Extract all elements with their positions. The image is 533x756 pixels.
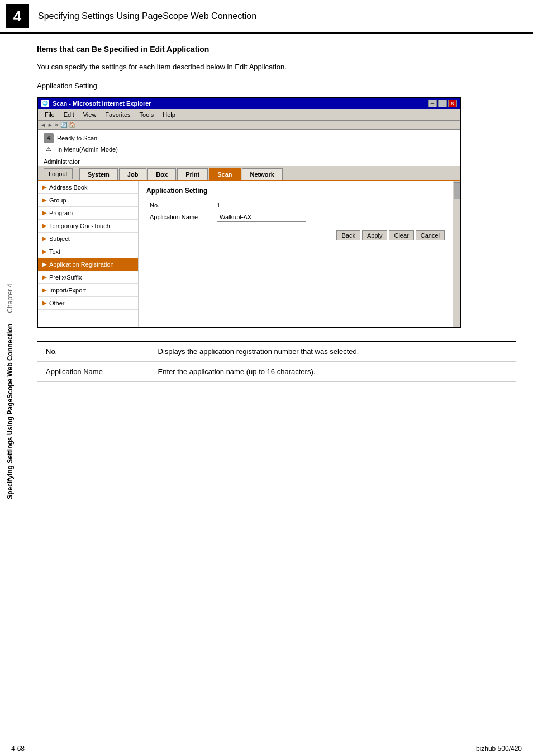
- back-button[interactable]: Back: [336, 230, 360, 240]
- arrow-icon: ▶: [42, 210, 47, 216]
- ready-scan-row: 🖨 Ready to Scan: [44, 133, 455, 143]
- sidebar-item-address-book[interactable]: ▶ Address Book: [38, 181, 138, 194]
- desc-row-appname: Application Name Enter the application n…: [37, 361, 516, 381]
- window-controls: ─ □ ✕: [428, 100, 457, 107]
- field-value-no: 1: [213, 200, 445, 210]
- logout-button[interactable]: Logout: [44, 168, 73, 179]
- browser-icon: 🌐: [41, 100, 49, 107]
- menu-tools[interactable]: Tools: [135, 110, 159, 119]
- menu-file[interactable]: File: [40, 110, 59, 119]
- buttons-row: Back Apply Clear Cancel: [146, 230, 445, 240]
- admin-mode-text: In Menu(Admin Mode): [57, 146, 118, 153]
- warning-icon: ⚠: [44, 144, 54, 154]
- field-label-app-name: Application Name: [146, 210, 213, 224]
- section-intro: You can specify the settings for each it…: [37, 62, 516, 73]
- sidebar-label: Other: [49, 300, 65, 306]
- menu-favorites[interactable]: Favorites: [101, 110, 135, 119]
- main-content: Items that can Be Specified in Edit Appl…: [20, 34, 533, 749]
- apply-button[interactable]: Apply: [362, 230, 388, 240]
- browser-titlebar: 🌐 Scan - Microsoft Internet Explorer ─ □…: [38, 98, 460, 109]
- subsection-label: Application Setting: [37, 82, 516, 90]
- description-table: No. Displays the application registratio…: [37, 341, 516, 382]
- sidebar-item-temporary-one-touch[interactable]: ▶ Temporary One-Touch: [38, 220, 138, 233]
- browser-toolbar: ◄ ► ✕ 🔄 🏠: [38, 121, 460, 130]
- arrow-icon: ▶: [42, 287, 47, 293]
- chapter-badge: 4: [6, 4, 29, 28]
- arrow-icon: ▶: [42, 184, 47, 190]
- form-table: No. 1 Application Name: [146, 200, 445, 224]
- arrow-icon: ▶: [42, 261, 47, 267]
- tab-print[interactable]: Print: [177, 168, 208, 180]
- table-row: No. 1: [146, 200, 445, 210]
- sidebar-vertical-title: Specifying Settings Using PageScope Web …: [6, 324, 14, 499]
- admin-label: Administrator: [38, 157, 460, 166]
- menu-view[interactable]: View: [79, 110, 101, 119]
- browser-window: 🌐 Scan - Microsoft Internet Explorer ─ □…: [37, 97, 461, 328]
- sidebar-label: Group: [49, 197, 66, 204]
- page-number: 4-68: [11, 745, 25, 753]
- product-name: bizhub 500/420: [476, 745, 522, 753]
- sidebar-label: Application Registration: [49, 261, 114, 268]
- nav-tabs-row: Logout System Job Box Print Scan Network: [38, 166, 460, 181]
- arrow-icon: ▶: [42, 223, 47, 229]
- arrow-icon: ▶: [42, 197, 47, 203]
- sidebar-label: Prefix/Suffix: [49, 274, 82, 281]
- scrollbar[interactable]: [453, 181, 460, 327]
- info-bar: 🖨 Ready to Scan ⚠ In Menu(Admin Mode): [38, 130, 460, 157]
- content-area: Chapter 4 Specifying Settings Using Page…: [0, 34, 533, 749]
- tab-system[interactable]: System: [79, 168, 118, 180]
- menu-bar: File Edit View Favorites Tools Help: [38, 109, 460, 121]
- scrollbar-thumb[interactable]: [454, 182, 460, 199]
- application-name-input[interactable]: [217, 212, 306, 222]
- sidebar-item-other[interactable]: ▶ Other: [38, 297, 138, 310]
- desc-definition-no: Displays the application registration nu…: [149, 341, 516, 361]
- close-button[interactable]: ✕: [448, 100, 457, 107]
- tab-scan[interactable]: Scan: [209, 168, 240, 180]
- menu-edit[interactable]: Edit: [59, 110, 79, 119]
- sidebar-label: Import/Export: [49, 287, 86, 294]
- left-tab: Chapter 4 Specifying Settings Using Page…: [0, 34, 20, 749]
- sidebar-label: Address Book: [49, 184, 87, 191]
- browser-content-area: ▶ Address Book ▶ Group ▶ Program ▶: [38, 181, 460, 327]
- sidebar-item-text[interactable]: ▶ Text: [38, 245, 138, 258]
- tab-box[interactable]: Box: [147, 168, 176, 180]
- page-footer: 4-68 bizhub 500/420: [0, 741, 533, 756]
- arrow-icon: ▶: [42, 235, 47, 242]
- ready-scan-text: Ready to Scan: [57, 135, 97, 141]
- clear-button[interactable]: Clear: [389, 230, 413, 240]
- field-value-app-name: [213, 210, 445, 224]
- browser-sidebar: ▶ Address Book ▶ Group ▶ Program ▶: [38, 181, 139, 327]
- browser-body: 🖨 Ready to Scan ⚠ In Menu(Admin Mode) Ad…: [38, 130, 460, 327]
- sidebar-label: Temporary One-Touch: [49, 223, 110, 229]
- tab-job[interactable]: Job: [119, 168, 147, 180]
- arrow-icon: ▶: [42, 274, 47, 280]
- page-header: 4 Specifying Settings Using PageScope We…: [0, 0, 533, 34]
- field-label-no: No.: [146, 200, 213, 210]
- sidebar-item-prefix-suffix[interactable]: ▶ Prefix/Suffix: [38, 271, 138, 284]
- restore-button[interactable]: □: [438, 100, 447, 107]
- sidebar-label: Text: [49, 248, 60, 255]
- cancel-button[interactable]: Cancel: [416, 230, 445, 240]
- minimize-button[interactable]: ─: [428, 100, 437, 107]
- desc-definition-appname: Enter the application name (up to 16 cha…: [149, 361, 516, 381]
- tab-network[interactable]: Network: [242, 168, 283, 180]
- sidebar-item-subject[interactable]: ▶ Subject: [38, 233, 138, 245]
- sidebar-item-application-registration[interactable]: ▶ Application Registration: [38, 258, 138, 271]
- app-setting-title: Application Setting: [146, 187, 445, 195]
- chapter-label: Chapter 4: [6, 284, 14, 313]
- admin-mode-row: ⚠ In Menu(Admin Mode): [44, 144, 455, 154]
- printer-icon: 🖨: [44, 133, 54, 143]
- sidebar-label: Subject: [49, 235, 70, 242]
- page-header-title: Specifying Settings Using PageScope Web …: [38, 11, 256, 21]
- sidebar-item-program[interactable]: ▶ Program: [38, 207, 138, 220]
- sidebar-item-group[interactable]: ▶ Group: [38, 194, 138, 207]
- sidebar-item-import-export[interactable]: ▶ Import/Export: [38, 284, 138, 297]
- table-row: Application Name: [146, 210, 445, 224]
- desc-row-no: No. Displays the application registratio…: [37, 341, 516, 361]
- desc-term-no: No.: [37, 341, 149, 361]
- desc-term-appname: Application Name: [37, 361, 149, 381]
- browser-title: Scan - Microsoft Internet Explorer: [53, 100, 151, 107]
- menu-help[interactable]: Help: [158, 110, 180, 119]
- section-title: Items that can Be Specified in Edit Appl…: [37, 45, 516, 54]
- arrow-icon: ▶: [42, 300, 47, 306]
